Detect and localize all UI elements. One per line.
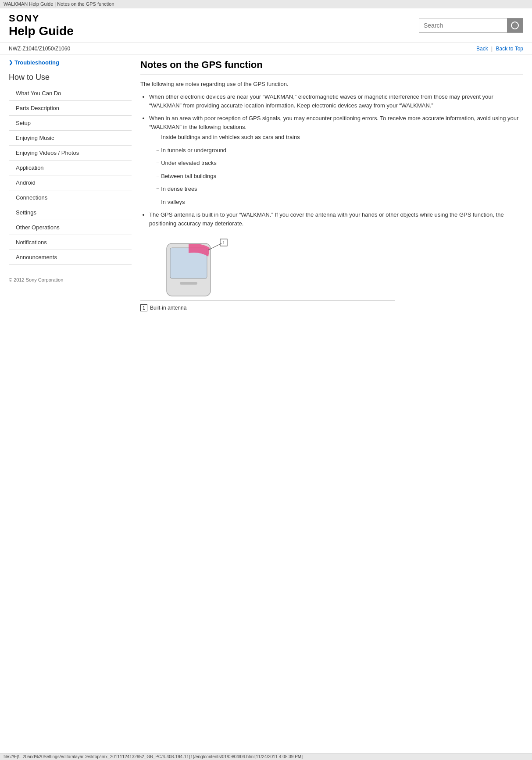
nav-separator: | xyxy=(491,46,494,52)
dash-list: Inside buildings and in vehicles such as… xyxy=(156,133,523,206)
bullet-item: When other electronic devices are near y… xyxy=(149,93,523,110)
search-area xyxy=(419,18,523,33)
back-link[interactable]: Back xyxy=(476,46,488,52)
browser-title-bar: WALKMAN Help Guide | Notes on the GPS fu… xyxy=(0,0,532,8)
back-to-top-link[interactable]: Back to Top xyxy=(496,46,523,52)
bullet-list: When other electronic devices are near y… xyxy=(149,93,523,228)
sidebar-item[interactable]: Other Operations xyxy=(9,220,132,235)
bullet-item: The GPS antenna is built in to your “WAL… xyxy=(149,211,523,228)
bullet-item: When in an area with poor reception of G… xyxy=(149,114,523,206)
sidebar-item[interactable]: Enjoying Videos / Photos xyxy=(9,146,132,161)
dash-item: In valleys xyxy=(156,198,523,207)
antenna-figure: 1 1 Built-in antenna xyxy=(140,235,523,311)
sidebar-item[interactable]: Application xyxy=(9,161,132,175)
svg-rect-2 xyxy=(180,282,197,285)
dash-item: Under elevated tracks xyxy=(156,159,523,168)
figure-caption-text: Built-in antenna xyxy=(150,305,186,311)
sidebar-item[interactable]: Settings xyxy=(9,205,132,220)
sony-logo: SONY xyxy=(9,13,74,24)
antenna-caption: 1 Built-in antenna xyxy=(140,300,395,311)
browser-title-text: WALKMAN Help Guide | Notes on the GPS fu… xyxy=(4,1,114,7)
sidebar-item[interactable]: Setup xyxy=(9,116,132,131)
dash-item: In tunnels or underground xyxy=(156,146,523,155)
logo-area: SONY Help Guide xyxy=(9,13,74,38)
sidebar-items: What You Can DoParts DescriptionSetupEnj… xyxy=(9,86,132,265)
sidebar-item[interactable]: What You Can Do xyxy=(9,86,132,101)
copyright: © 2012 Sony Corporation xyxy=(9,274,132,282)
troubleshooting-label: Troubleshooting xyxy=(14,59,59,66)
sidebar-item[interactable]: Parts Description xyxy=(9,101,132,116)
sidebar-item[interactable]: Notifications xyxy=(9,235,132,250)
header: SONY Help Guide xyxy=(0,8,532,43)
help-guide-title: Help Guide xyxy=(9,24,74,38)
antenna-diagram: 1 xyxy=(140,235,237,300)
nav-links: Back | Back to Top xyxy=(476,46,523,52)
sidebar-item[interactable]: Android xyxy=(9,175,132,190)
intro-text: The following are notes regarding use of… xyxy=(140,81,523,87)
dash-item: In dense trees xyxy=(156,185,523,193)
search-input[interactable] xyxy=(419,19,507,32)
search-button[interactable] xyxy=(507,18,523,32)
sidebar-item[interactable]: Connections xyxy=(9,190,132,205)
dash-item: Between tall buildings xyxy=(156,172,523,181)
sidebar-item[interactable]: Announcements xyxy=(9,250,132,265)
troubleshooting-link[interactable]: Troubleshooting xyxy=(9,59,132,66)
figure-ref-number: 1 xyxy=(140,304,147,311)
main-content: Troubleshooting How to Use What You Can … xyxy=(0,55,532,323)
page-title: Notes on the GPS function xyxy=(140,59,523,75)
how-to-use-heading: How to Use xyxy=(9,73,132,84)
sidebar-item[interactable]: Enjoying Music xyxy=(9,131,132,146)
nav-bar: NWZ-Z1040/Z1050/Z1060 Back | Back to Top xyxy=(0,43,532,55)
svg-text:1: 1 xyxy=(222,240,225,245)
dash-item: Inside buildings and in vehicles such as… xyxy=(156,133,523,142)
model-number: NWZ-Z1040/Z1050/Z1060 xyxy=(9,46,70,52)
sidebar: Troubleshooting How to Use What You Can … xyxy=(9,59,132,318)
content-area: Notes on the GPS function The following … xyxy=(140,59,523,318)
